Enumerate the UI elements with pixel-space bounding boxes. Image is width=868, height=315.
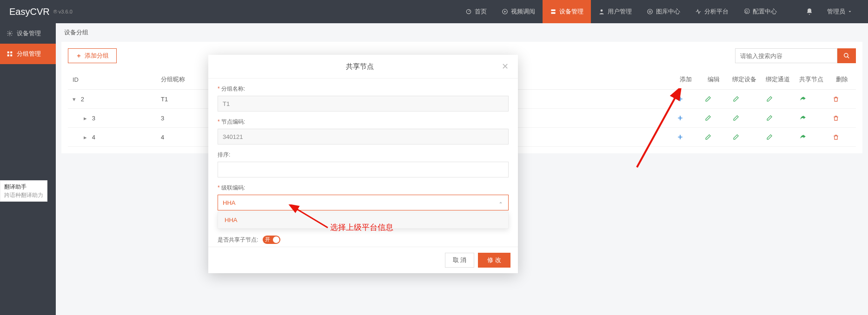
translator-title: 翻译助手 <box>4 183 43 191</box>
expand-toggle[interactable]: ▸ <box>84 115 90 122</box>
svg-rect-8 <box>7 52 9 53</box>
svg-rect-3 <box>551 12 555 14</box>
plus-icon: ＋ <box>76 52 82 60</box>
row-bind-ch-icon[interactable] <box>766 134 790 141</box>
nav-device[interactable]: 设备管理 <box>543 0 591 23</box>
pulse-icon <box>695 8 702 15</box>
svg-rect-2 <box>551 9 555 11</box>
gear-icon <box>743 8 750 15</box>
select-value: HHA <box>223 199 235 206</box>
row-add-icon[interactable] <box>676 95 695 103</box>
sidebar-item-device[interactable]: 设备管理 <box>0 23 56 44</box>
notifications[interactable] <box>798 0 821 23</box>
annotation-text: 选择上级平台信息 <box>330 222 393 233</box>
row-bind-dev-icon[interactable] <box>732 115 756 122</box>
topbar: EasyCVR ® v3.6.0 首页 视频调阅 设备管理 用户管理 <box>0 0 868 23</box>
row-bind-ch-icon[interactable] <box>766 96 790 103</box>
nav-user[interactable]: 用户管理 <box>591 0 639 23</box>
row-delete-icon[interactable] <box>833 115 851 122</box>
row-edit-icon[interactable] <box>704 115 723 122</box>
row-edit-icon[interactable] <box>704 134 723 141</box>
row-bind-dev-icon[interactable] <box>732 134 756 141</box>
server-icon <box>550 8 557 15</box>
label-sort: 排序: <box>218 151 509 159</box>
expand-toggle[interactable]: ▸ <box>84 134 90 141</box>
svg-point-4 <box>601 9 603 12</box>
cascade-select[interactable]: HHA <box>218 195 509 210</box>
user-icon <box>598 8 605 15</box>
row-add-icon[interactable] <box>676 114 695 122</box>
label-cascade: 级联编码: <box>218 184 509 192</box>
translator-widget[interactable]: 翻译助手 跨语种翻译助力 <box>0 180 47 202</box>
row-share-icon[interactable] <box>799 96 823 102</box>
row-share-icon[interactable] <box>799 134 823 140</box>
th-share: 共享节点 <box>795 70 828 90</box>
nav-label: 图库中心 <box>656 7 680 16</box>
play-icon <box>502 8 508 15</box>
nav-analysis[interactable]: 分析平台 <box>688 0 736 23</box>
breadcrumb: 设备分组 <box>56 23 868 42</box>
svg-point-7 <box>9 33 11 34</box>
svg-point-12 <box>844 53 848 57</box>
nav-config[interactable]: 配置中心 <box>736 0 784 23</box>
modal-title: 共享节点 <box>218 62 502 71</box>
grid-icon <box>7 51 13 57</box>
row-share-icon[interactable] <box>799 115 823 121</box>
dashboard-icon <box>465 8 472 15</box>
svg-rect-11 <box>10 54 12 56</box>
translator-subtitle: 跨语种翻译助力 <box>4 191 43 199</box>
sidebar-item-group[interactable]: 分组管理 <box>0 44 56 64</box>
expand-toggle[interactable]: ▾ <box>73 96 79 103</box>
toggle-knob <box>273 236 279 243</box>
group-name-input[interactable] <box>218 96 509 112</box>
nav-gallery[interactable]: 图库中心 <box>639 0 688 23</box>
label-node-code: 节点编码: <box>218 118 509 126</box>
confirm-button[interactable]: 修 改 <box>478 253 510 268</box>
nav-label: 分析平台 <box>704 7 729 16</box>
svg-rect-10 <box>7 54 9 56</box>
nav-video[interactable]: 视频调阅 <box>494 0 543 23</box>
cell-id: 4 <box>92 134 95 141</box>
search-input[interactable] <box>735 48 837 63</box>
topnav: 首页 视频调阅 设备管理 用户管理 图库中心 <box>458 0 859 23</box>
share-child-toggle[interactable]: 开 <box>263 236 280 244</box>
cell-id: 2 <box>81 96 84 103</box>
nav-home[interactable]: 首页 <box>458 0 494 23</box>
add-group-button[interactable]: ＋ 添加分组 <box>68 48 117 63</box>
chevron-up-icon <box>498 200 504 205</box>
label-group-name: 分组名称: <box>218 85 509 93</box>
nav-label: 用户管理 <box>608 7 632 16</box>
sidebar-item-label: 分组管理 <box>17 50 41 58</box>
th-bind-ch: 绑定通道 <box>761 70 795 90</box>
search-button[interactable] <box>837 48 856 63</box>
image-icon <box>647 8 653 15</box>
search-icon <box>843 52 850 59</box>
nav-label: 首页 <box>475 7 487 16</box>
row-delete-icon[interactable] <box>833 134 851 141</box>
bell-icon <box>806 8 813 15</box>
sidebar: 设备管理 分组管理 <box>0 23 56 315</box>
label-share-child: 是否共享子节点: <box>218 236 258 244</box>
cancel-button[interactable]: 取 消 <box>445 253 475 268</box>
nav-label: 配置中心 <box>753 7 777 16</box>
node-code-input[interactable] <box>218 129 509 144</box>
brand: EasyCVR <box>9 7 50 17</box>
button-label: 添加分组 <box>85 52 109 60</box>
cell-id: 3 <box>92 115 95 122</box>
user-dropdown[interactable]: 管理员 <box>821 0 859 23</box>
gear-icon <box>7 30 13 37</box>
row-edit-icon[interactable] <box>704 96 723 103</box>
sort-input[interactable] <box>218 162 509 177</box>
row-bind-dev-icon[interactable] <box>732 96 756 103</box>
row-delete-icon[interactable] <box>833 96 851 103</box>
th-id: ID <box>68 70 156 90</box>
svg-rect-9 <box>10 52 12 53</box>
row-bind-ch-icon[interactable] <box>766 115 790 122</box>
row-add-icon[interactable] <box>676 133 695 141</box>
th-add: 添加 <box>672 70 700 90</box>
user-label: 管理员 <box>827 7 845 16</box>
close-icon[interactable]: ✕ <box>502 61 509 72</box>
share-node-modal: 共享节点 ✕ 分组名称: 节点编码: 排序: 级联编码: HHA <box>208 55 518 273</box>
nav-label: 设备管理 <box>559 7 583 16</box>
th-bind-dev: 绑定设备 <box>728 70 761 90</box>
